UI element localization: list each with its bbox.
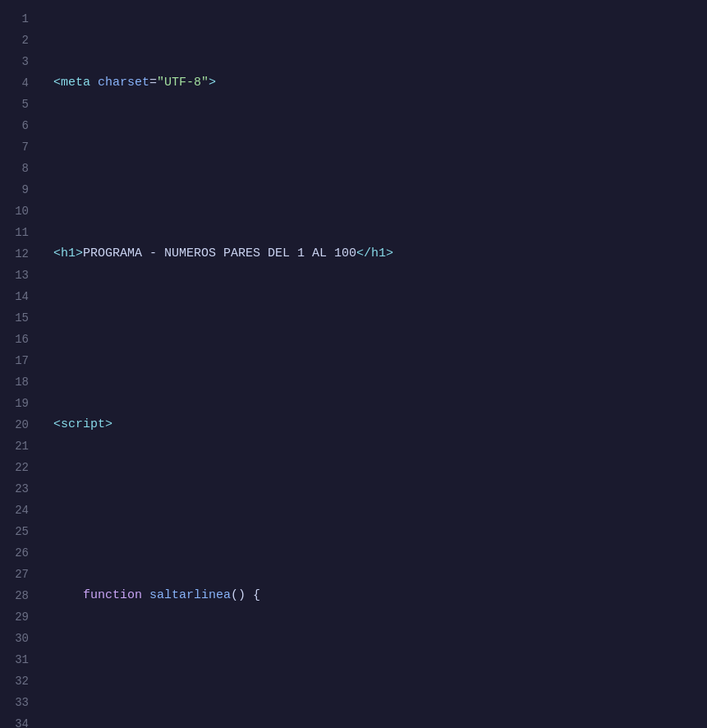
code-line-2	[45, 158, 707, 179]
line-num-17: 17	[0, 350, 34, 371]
code-line-7: function saltarlinea() {	[45, 585, 707, 606]
line-num-2: 2	[0, 30, 34, 51]
code-editor: 1 2 3 4 5 6 7 8 9 10 11 12 13 14 15 16 1…	[0, 0, 707, 728]
line-numbers: 1 2 3 4 5 6 7 8 9 10 11 12 13 14 15 16 1…	[0, 0, 45, 728]
line-num-7: 7	[0, 136, 34, 158]
line-num-16: 16	[0, 329, 34, 350]
line-num-12: 12	[0, 243, 34, 265]
line-num-10: 10	[0, 200, 34, 222]
line-num-31: 31	[0, 649, 34, 670]
code-line-3: <h1>PROGRAMA - NUMEROS PARES DEL 1 AL 10…	[45, 243, 707, 265]
code-line-5: <script>	[45, 414, 707, 435]
line-num-3: 3	[0, 51, 34, 72]
line-num-30: 30	[0, 628, 34, 649]
line-num-15: 15	[0, 307, 34, 329]
line-num-27: 27	[0, 564, 34, 585]
line-num-24: 24	[0, 500, 34, 521]
line-num-25: 25	[0, 521, 34, 542]
line-num-4: 4	[0, 72, 34, 94]
line-num-32: 32	[0, 670, 34, 692]
line-num-29: 29	[0, 606, 34, 628]
line-num-14: 14	[0, 286, 34, 307]
line-num-8: 8	[0, 158, 34, 179]
line-num-26: 26	[0, 542, 34, 564]
line-num-21: 21	[0, 435, 34, 457]
line-num-20: 20	[0, 414, 34, 435]
code-line-6	[45, 500, 707, 521]
code-line-4	[45, 329, 707, 350]
line-num-11: 11	[0, 222, 34, 243]
line-num-1: 1	[0, 8, 34, 30]
line-num-22: 22	[0, 457, 34, 478]
line-num-6: 6	[0, 115, 34, 136]
line-num-18: 18	[0, 371, 34, 393]
code-line-1: <meta charset="UTF-8">	[45, 72, 707, 94]
line-num-5: 5	[0, 94, 34, 115]
code-line-8	[45, 670, 707, 692]
code-content[interactable]: <meta charset="UTF-8"> <h1>PROGRAMA - NU…	[45, 0, 707, 728]
line-num-23: 23	[0, 478, 34, 500]
line-num-34: 34	[0, 713, 34, 728]
line-num-28: 28	[0, 585, 34, 606]
line-num-13: 13	[0, 265, 34, 286]
line-num-33: 33	[0, 692, 34, 713]
line-num-9: 9	[0, 179, 34, 200]
line-num-19: 19	[0, 393, 34, 414]
